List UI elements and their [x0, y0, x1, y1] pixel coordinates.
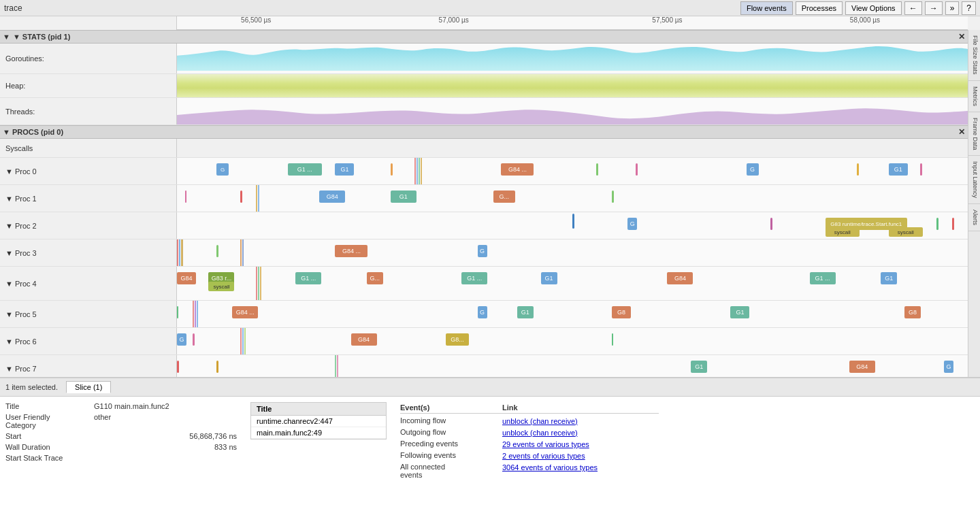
proc-6-row: ▼ Proc 6 G G84 G8...	[0, 328, 968, 355]
sidebar-alerts[interactable]: Alerts	[968, 204, 980, 231]
proc-7-label[interactable]: ▼ Proc 7	[0, 355, 177, 377]
threads-label: Threads:	[0, 98, 177, 125]
proc-2-content[interactable]: G G83 runtime/trace.Start.func1 syscall …	[177, 212, 968, 239]
category-row: User FriendlyCategory other	[5, 413, 237, 429]
bottom-tabs: 1 item selected. Slice (1)	[0, 378, 980, 397]
event-link-0[interactable]: unblock (chan receive)	[502, 416, 578, 426]
goroutines-label: Goroutines:	[0, 44, 177, 73]
wall-key: Wall Duration	[5, 443, 94, 451]
threads-chart	[177, 98, 968, 125]
procs-section-header[interactable]: ▼ PROCS (pid 0) ✕	[0, 125, 968, 139]
proc-2-row: ▼ Proc 2 G G83 runtime/trace.Start.func1…	[0, 212, 968, 239]
events-row-2: Preceding events 29 events of various ty…	[400, 440, 659, 449]
event-label-1: Outgoing flow	[400, 428, 502, 437]
title-key: Title	[5, 402, 94, 410]
top-bar: trace Flow events Processes View Options…	[0, 0, 980, 16]
title-row: Title G110 main.main.func2	[5, 402, 237, 410]
heap-row: Heap:	[0, 74, 968, 98]
sidebar-metrics[interactable]: Metrics	[968, 81, 980, 112]
processes-button[interactable]: Processes	[796, 1, 843, 15]
ruler-label-2: 57,500 µs	[652, 16, 682, 24]
sidebar-input-latency[interactable]: Input Latency	[968, 156, 980, 204]
event-link-1[interactable]: unblock (chan receive)	[502, 428, 578, 437]
app-title: trace	[4, 3, 22, 13]
proc-0-content[interactable]: G G1 ... G1 G84 ... G G1	[177, 158, 968, 184]
info-table: Title G110 main.main.func2 User Friendly…	[5, 402, 237, 481]
start-val: 56,868,736 ns	[94, 432, 237, 440]
proc-3-content[interactable]: G84 ... G	[177, 239, 968, 266]
goroutines-chart	[177, 44, 968, 71]
event-label-3: Following events	[400, 451, 502, 461]
title-val: G110 main.main.func2	[94, 402, 169, 410]
stats-close[interactable]: ✕	[958, 32, 965, 42]
event-label-0: Incoming flow	[400, 416, 502, 426]
proc-6-label[interactable]: ▼ Proc 6	[0, 328, 177, 354]
event-link-2[interactable]: 29 events of various types	[502, 440, 589, 449]
bottom-content: Title G110 main.main.func2 User Friendly…	[0, 397, 980, 486]
stack-key: Start Stack Trace	[5, 454, 94, 462]
proc-5-label[interactable]: ▼ Proc 5	[0, 301, 177, 327]
stats-section-header[interactable]: ▼ ▼ STATS (pid 1) ✕	[0, 30, 968, 44]
slice-tab[interactable]: Slice (1)	[66, 381, 111, 393]
stack-row-0: runtime.chanrecv2:447	[251, 416, 386, 427]
heap-content	[177, 74, 968, 97]
proc-4-label[interactable]: ▼ Proc 4	[0, 267, 177, 300]
ruler-spacer	[0, 16, 177, 30]
trace-area: ▼ ▼ STATS (pid 1) ✕ Goroutines:	[0, 30, 968, 377]
events-col-event-header: Event(s)	[400, 402, 502, 413]
proc-4-row: ▼ Proc 4 G84 G83 r... syscall G1 ... G..…	[0, 267, 968, 301]
events-row-0: Incoming flow unblock (chan receive)	[400, 416, 659, 426]
start-row: Start 56,868,736 ns	[5, 432, 237, 440]
proc-3-label[interactable]: ▼ Proc 3	[0, 239, 177, 266]
threads-content	[177, 98, 968, 125]
events-col-link-header: Link	[502, 402, 518, 413]
sidebar-file-size-stats[interactable]: File Size Stats	[968, 30, 980, 81]
main-area: ▼ ▼ STATS (pid 1) ✕ Goroutines:	[0, 30, 980, 377]
nav-end-button[interactable]: »	[945, 1, 960, 15]
stack-header: Title	[251, 403, 386, 416]
sidebar-frame-data[interactable]: Frame Data	[968, 112, 980, 156]
proc-4-content[interactable]: G84 G83 r... syscall G1 ... G... G1 ... …	[177, 267, 968, 300]
proc-1-content[interactable]: G84 G1 G...	[177, 185, 968, 212]
event-label-2: Preceding events	[400, 440, 502, 449]
ruler-label-3: 58,000 µs	[850, 16, 880, 24]
wall-val: 833 ns	[94, 443, 237, 451]
ruler-label-1: 57,000 µs	[439, 16, 469, 24]
ruler-ticks: 56,500 µs 57,000 µs 57,500 µs 58,000 µs	[177, 16, 968, 30]
selected-label: 1 item selected.	[5, 383, 58, 391]
stack-table: Title runtime.chanrecv2:447 main.main.fu…	[250, 402, 387, 440]
goroutines-content	[177, 44, 968, 73]
proc-3-row: ▼ Proc 3 G84 ... G	[0, 239, 968, 267]
bottom-panel: 1 item selected. Slice (1) Title G110 ma…	[0, 377, 980, 513]
stats-arrow: ▼	[3, 33, 10, 41]
proc-2-label[interactable]: ▼ Proc 2	[0, 212, 177, 239]
ruler-label-0: 56,500 µs	[241, 16, 271, 24]
events-row-3: Following events 2 events of various typ…	[400, 451, 659, 461]
event-link-4[interactable]: 3064 events of various types	[502, 463, 598, 479]
ruler-wrapper: 56,500 µs 57,000 µs 57,500 µs 58,000 µs	[0, 16, 980, 30]
wall-row: Wall Duration 833 ns	[5, 443, 237, 451]
stats-title: ▼ STATS (pid 1)	[13, 33, 70, 41]
proc-1-label[interactable]: ▼ Proc 1	[0, 185, 177, 212]
heap-label: Heap:	[0, 74, 177, 97]
help-button[interactable]: ?	[962, 1, 976, 15]
flow-events-button[interactable]: Flow events	[740, 1, 793, 15]
proc-6-content[interactable]: G G84 G8...	[177, 328, 968, 354]
threads-row: Threads:	[0, 98, 968, 125]
events-row-4: All connectedevents 3064 events of vario…	[400, 463, 659, 479]
events-header-row: Event(s) Link	[400, 402, 659, 414]
event-link-3[interactable]: 2 events of various types	[502, 451, 585, 461]
stack-row: Start Stack Trace	[5, 454, 237, 462]
proc-5-row: ▼ Proc 5 G84 ... G G1 G8 G1 G8	[0, 301, 968, 328]
proc-7-content[interactable]: G1 G84 G	[177, 355, 968, 377]
category-key: User FriendlyCategory	[5, 413, 94, 429]
start-key: Start	[5, 432, 94, 440]
proc-0-label[interactable]: ▼ Proc 0	[0, 158, 177, 184]
syscalls-row: Syscalls	[0, 139, 968, 158]
view-options-button[interactable]: View Options	[845, 1, 902, 15]
nav-next-button[interactable]: →	[925, 1, 943, 15]
nav-prev-button[interactable]: ←	[904, 1, 922, 15]
goroutines-row: Goroutines:	[0, 44, 968, 74]
proc-5-content[interactable]: G84 ... G G1 G8 G1 G8	[177, 301, 968, 327]
procs-close[interactable]: ✕	[958, 127, 965, 137]
